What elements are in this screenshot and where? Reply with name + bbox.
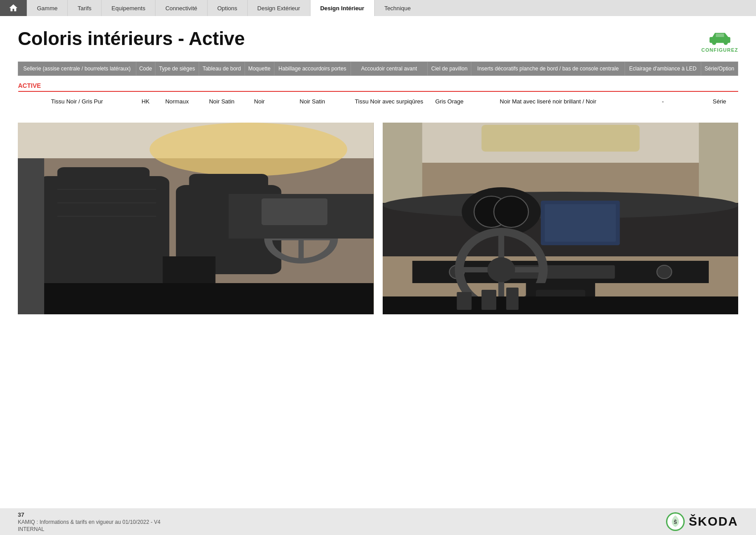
configurez-button[interactable]: CONFIGUREZ xyxy=(701,29,738,53)
skoda-logo: Š ŠKODA xyxy=(666,512,738,531)
color-table: Sellerie (assise centrale / bourrelets l… xyxy=(18,62,738,109)
cell-accoudoir: Tissu Noir avec surpiqûres xyxy=(351,94,427,109)
col-ciel-pavillon: Ciel de pavillon xyxy=(428,62,471,76)
cell-code: HK xyxy=(136,94,155,109)
cell-eclairage: - xyxy=(625,94,701,109)
nav-item-equipements[interactable]: Equipements xyxy=(101,0,155,16)
cell-moquette: Noir xyxy=(245,94,274,109)
navigation-bar: Gamme Tarifs Equipements Connectivité Op… xyxy=(0,0,756,16)
svg-point-31 xyxy=(494,196,528,227)
home-icon xyxy=(8,3,18,13)
col-inserts: Inserts décoratifs planche de bord / bas… xyxy=(471,62,625,76)
cell-type-sieges: Normaux xyxy=(155,94,199,109)
configurez-label: CONFIGUREZ xyxy=(701,47,738,53)
col-moquette: Moquette xyxy=(245,62,274,76)
svg-rect-7 xyxy=(37,176,169,288)
interior-left-placeholder xyxy=(18,123,374,314)
nav-item-technique[interactable]: Technique xyxy=(374,0,421,16)
car-icon xyxy=(707,29,732,46)
svg-rect-33 xyxy=(544,204,616,242)
page-header: Coloris intérieurs - Active CONFIGUREZ xyxy=(0,16,756,57)
svg-rect-21 xyxy=(189,174,268,192)
cell-habillage: Noir Satin xyxy=(274,94,351,109)
page-footer: 37 KAMIQ : Informations & tarifs en vigu… xyxy=(0,508,756,535)
table-header-row: Sellerie (assise centrale / bourrelets l… xyxy=(18,62,738,76)
col-accoudoir: Accoudoir central avant xyxy=(351,62,427,76)
col-sellerie: Sellerie (assise centrale / bourrelets l… xyxy=(18,62,136,76)
home-button[interactable] xyxy=(0,0,27,16)
svg-point-1 xyxy=(712,41,716,45)
cell-ciel-pavillon: Gris Orage xyxy=(428,94,471,109)
footer-info: KAMIQ : Informations & tarifs en vigueur… xyxy=(18,519,160,525)
nav-item-connectivite[interactable]: Connectivité xyxy=(155,0,207,16)
col-habillage: Habillage accourdoirs portes xyxy=(274,62,351,76)
page-title: Coloris intérieurs - Active xyxy=(18,29,245,49)
nav-item-design-int[interactable]: Design Intérieur xyxy=(310,0,374,16)
svg-text:Š: Š xyxy=(674,519,677,525)
footer-left: 37 KAMIQ : Informations & tarifs en vigu… xyxy=(18,511,160,532)
interior-right-svg xyxy=(383,123,739,314)
car-interior-image-right xyxy=(383,123,739,314)
svg-point-6 xyxy=(150,123,347,176)
svg-rect-46 xyxy=(481,290,496,310)
interior-left-svg xyxy=(18,123,374,314)
table-section: Sellerie (assise centrale / bourrelets l… xyxy=(0,57,756,109)
svg-point-41 xyxy=(487,257,515,282)
section-label-row: ACTIVE xyxy=(18,76,738,94)
svg-rect-14 xyxy=(18,158,44,314)
nav-item-design-ext[interactable]: Design Extérieur xyxy=(247,0,310,16)
cell-inserts: Noir Mat avec liseré noir brillant / Noi… xyxy=(471,94,625,109)
table-row: Tissu Noir / Gris Pur HK Normaux Noir Sa… xyxy=(18,94,738,109)
col-tableau-bord: Tableau de bord xyxy=(199,62,245,76)
footer-page-number: 37 xyxy=(18,511,160,518)
active-section-label: ACTIVE xyxy=(18,78,738,92)
svg-rect-20 xyxy=(57,167,150,185)
svg-rect-24 xyxy=(481,125,639,152)
car-interior-image-left xyxy=(18,123,374,314)
svg-rect-45 xyxy=(457,292,471,310)
svg-rect-13 xyxy=(18,283,374,314)
svg-point-2 xyxy=(723,41,727,45)
col-type-sieges: Type de sièges xyxy=(155,62,199,76)
svg-rect-3 xyxy=(715,34,724,37)
interior-right-placeholder xyxy=(383,123,739,314)
svg-point-36 xyxy=(657,265,671,279)
footer-internal: INTERNAL xyxy=(18,526,160,532)
nav-item-gamme[interactable]: Gamme xyxy=(27,0,67,16)
svg-rect-44 xyxy=(383,296,739,314)
col-eclairage: Eclairage d'ambiance à LED xyxy=(625,62,701,76)
col-serie-option: Série/Option xyxy=(701,62,738,76)
svg-rect-19 xyxy=(262,198,327,225)
nav-item-tarifs[interactable]: Tarifs xyxy=(67,0,101,16)
skoda-name: ŠKODA xyxy=(689,514,738,529)
skoda-circle-icon: Š xyxy=(666,512,685,531)
svg-rect-47 xyxy=(506,288,519,310)
cell-sellerie: Tissu Noir / Gris Pur xyxy=(18,94,136,109)
cell-tableau-bord: Noir Satin xyxy=(199,94,245,109)
car-images-section xyxy=(0,109,756,323)
col-code: Code xyxy=(136,62,155,76)
nav-item-options[interactable]: Options xyxy=(207,0,247,16)
cell-serie-option: Série xyxy=(701,94,738,109)
